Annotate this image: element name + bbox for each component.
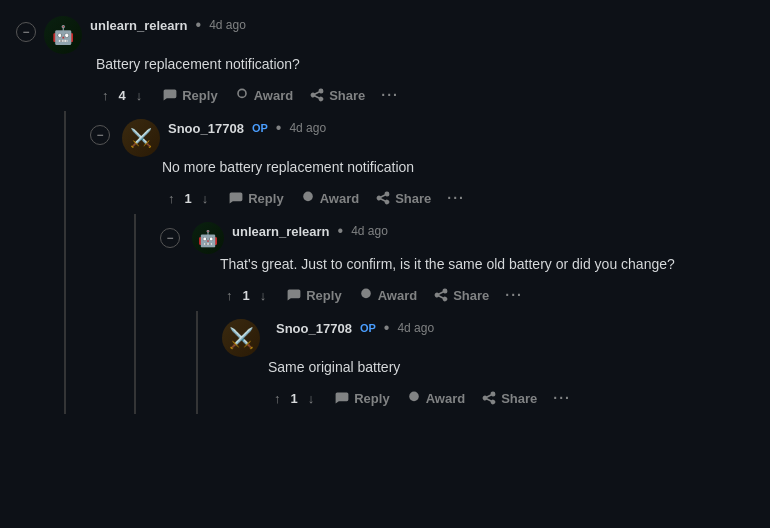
- share-icon-c1: [309, 87, 325, 103]
- award-button-c1r1r1[interactable]: Award: [352, 283, 424, 307]
- comment-meta-c1r1r1: unlearn_relearn • 4d ago: [232, 222, 388, 240]
- dot-c1: •: [194, 16, 204, 34]
- avatar-unlearn-2: 🤖: [192, 222, 224, 254]
- downvote-button-c1r1[interactable]: ↓: [196, 187, 215, 210]
- award-button-c1[interactable]: Award: [228, 83, 300, 107]
- share-button-c1[interactable]: Share: [303, 83, 371, 107]
- thread-line-c1r1: [134, 214, 136, 414]
- vote-count-c1r1r1: 1: [243, 288, 250, 303]
- award-label-c1r1r1: Award: [378, 288, 418, 303]
- downvote-button-c1[interactable]: ↓: [130, 84, 149, 107]
- comment-c1r1r1: − 🤖 unlearn_relearn • 4d ago: [160, 222, 754, 414]
- vote-container-c1r1: ↑ 1 ↓: [162, 187, 214, 210]
- award-label-c1r1r1r1: Award: [426, 391, 466, 406]
- reply-button-c1r1r1r1[interactable]: Reply: [328, 386, 395, 410]
- collapse-button-c1r1[interactable]: −: [90, 125, 110, 145]
- share-icon-c1r1: [375, 190, 391, 206]
- reply-label-c1r1: Reply: [248, 191, 283, 206]
- award-button-c1r1[interactable]: Award: [294, 186, 366, 210]
- avatar-snoo-2: ⚔️: [222, 319, 260, 357]
- reply-button-c1r1[interactable]: Reply: [222, 186, 289, 210]
- share-button-c1r1r1[interactable]: Share: [427, 283, 495, 307]
- timestamp-c1r1r1: 4d ago: [351, 224, 388, 238]
- upvote-button-c1r1[interactable]: ↑: [162, 187, 181, 210]
- op-badge-c1r1: OP: [252, 122, 268, 134]
- vote-container-c1r1r1r1: ↑ 1 ↓: [268, 387, 320, 410]
- upvote-button-c1r1r1[interactable]: ↑: [220, 284, 239, 307]
- comment-body-c1r1r1: That's great. Just to confirm, is it the…: [220, 254, 754, 307]
- thread-replies-c1r1: − 🤖 unlearn_relearn • 4d ago: [118, 214, 754, 414]
- share-button-c1r1[interactable]: Share: [369, 186, 437, 210]
- comment-header-row-c1r1r1r1: ⚔️ Snoo_17708 OP • 4d ago: [222, 319, 754, 357]
- award-icon-c1r1: [300, 190, 316, 206]
- share-label-c1r1r1: Share: [453, 288, 489, 303]
- more-options-c1r1r1[interactable]: ···: [499, 283, 529, 307]
- username-c1: unlearn_relearn: [90, 18, 188, 33]
- collapse-button-c1r1r1[interactable]: −: [160, 228, 180, 248]
- upvote-icon-c1: ↑: [102, 88, 109, 103]
- reply-icon-c1r1r1r1: [334, 390, 350, 406]
- downvote-icon-c1r1: ↓: [202, 191, 209, 206]
- comment-actions-c1r1r1: ↑ 1 ↓ Reply: [220, 283, 754, 307]
- comment-body-c1: Battery replacement notification? ↑ 4 ↓ …: [96, 54, 754, 111]
- timestamp-c1: 4d ago: [209, 18, 246, 32]
- downvote-button-c1r1r1r1[interactable]: ↓: [302, 387, 321, 410]
- replies-container-c1r1: − 🤖 unlearn_relearn • 4d ago: [152, 214, 754, 414]
- comment-meta-c1r1r1r1: Snoo_17708 OP • 4d ago: [276, 319, 434, 337]
- reply-label-c1: Reply: [182, 88, 217, 103]
- comment-body-c1r1r1r1: Same original battery ↑ 1 ↓: [268, 357, 754, 410]
- collapse-button-c1[interactable]: −: [16, 22, 36, 42]
- comment-meta-c1: unlearn_relearn • 4d ago: [90, 16, 246, 34]
- upvote-icon-c1r1r1: ↑: [226, 288, 233, 303]
- timestamp-c1r1r1r1: 4d ago: [397, 321, 434, 335]
- vote-container-c1r1r1: ↑ 1 ↓: [220, 284, 272, 307]
- comment-actions-c1: ↑ 4 ↓ Reply Award Share: [96, 83, 754, 107]
- award-button-c1r1r1r1[interactable]: Award: [400, 386, 472, 410]
- upvote-button-c1r1r1r1[interactable]: ↑: [268, 387, 287, 410]
- comment-header-row-c1r1r1: − 🤖 unlearn_relearn • 4d ago: [160, 222, 754, 254]
- share-button-c1r1r1r1[interactable]: Share: [475, 386, 543, 410]
- reply-label-c1r1r1r1: Reply: [354, 391, 389, 406]
- reply-icon-c1r1r1: [286, 287, 302, 303]
- more-options-c1[interactable]: ···: [375, 83, 405, 107]
- comment-c1r1r1r1: ⚔️ Snoo_17708 OP • 4d ago: [222, 319, 754, 410]
- vote-container-c1: ↑ 4 ↓: [96, 84, 148, 107]
- dot-c1r1r1: •: [336, 222, 346, 240]
- comment-actions-c1r1: ↑ 1 ↓ Reply Award: [162, 186, 754, 210]
- more-options-c1r1[interactable]: ···: [441, 186, 471, 210]
- downvote-icon-c1: ↓: [136, 88, 143, 103]
- downvote-button-c1r1r1[interactable]: ↓: [254, 284, 273, 307]
- comment-text-c1r1r1: That's great. Just to confirm, is it the…: [220, 254, 754, 275]
- downvote-icon-c1r1r1: ↓: [260, 288, 267, 303]
- reply-button-c1[interactable]: Reply: [156, 83, 223, 107]
- avatar-snoo-1: ⚔️: [122, 119, 160, 157]
- share-label-c1r1r1r1: Share: [501, 391, 537, 406]
- thread-line-c1: [64, 111, 66, 414]
- award-icon-c1: [234, 87, 250, 103]
- comment-text-c1: Battery replacement notification?: [96, 54, 754, 75]
- reply-icon-c1r1: [228, 190, 244, 206]
- more-options-c1r1r1r1[interactable]: ···: [547, 386, 577, 410]
- award-label-c1: Award: [254, 88, 294, 103]
- share-icon-c1r1r1r1: [481, 390, 497, 406]
- share-label-c1r1: Share: [395, 191, 431, 206]
- upvote-icon-c1r1: ↑: [168, 191, 175, 206]
- comment-header-row-c1r1: − ⚔️ Snoo_17708 OP • 4d ago: [90, 119, 754, 157]
- thread-replies-c1r1r1: ⚔️ Snoo_17708 OP • 4d ago: [180, 311, 754, 414]
- comment-c1r1: − ⚔️ Snoo_17708 OP • 4d ago No: [90, 119, 754, 414]
- upvote-button-c1[interactable]: ↑: [96, 84, 115, 107]
- reply-label-c1r1r1: Reply: [306, 288, 341, 303]
- timestamp-c1r1: 4d ago: [289, 121, 326, 135]
- avatar-unlearn-relearn-1: 🤖: [44, 16, 82, 54]
- vote-count-c1r1r1r1: 1: [291, 391, 298, 406]
- dot-c1r1: •: [274, 119, 284, 137]
- comment-text-c1r1r1r1: Same original battery: [268, 357, 754, 378]
- share-label-c1: Share: [329, 88, 365, 103]
- username-c1r1r1r1: Snoo_17708: [276, 321, 352, 336]
- comment-meta-c1r1: Snoo_17708 OP • 4d ago: [168, 119, 326, 137]
- comment-text-c1r1: No more battery replacement notification: [162, 157, 754, 178]
- award-icon-c1r1r1r1: [406, 390, 422, 406]
- comment-body-c1r1: No more battery replacement notification…: [162, 157, 754, 210]
- comment-header-row: − 🤖 unlearn_relearn • 4d ago: [16, 16, 754, 54]
- reply-button-c1r1r1[interactable]: Reply: [280, 283, 347, 307]
